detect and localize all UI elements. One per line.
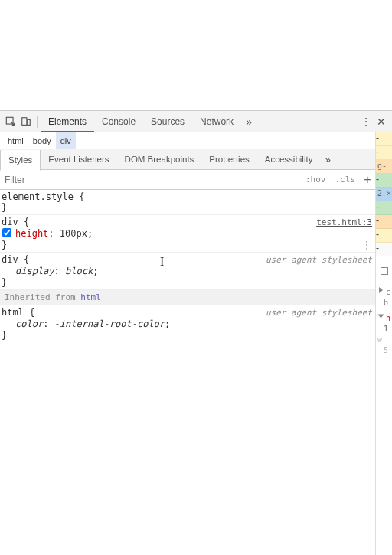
selector[interactable]: div xyxy=(2,217,18,227)
border-swatch[interactable]: - xyxy=(376,215,392,229)
selector: html xyxy=(2,307,24,318)
padding-swatch[interactable]: - xyxy=(376,201,392,215)
declaration: display: block; xyxy=(2,265,372,277)
inherited-link[interactable]: html xyxy=(80,292,101,302)
rule-element-style[interactable]: element.style { } xyxy=(0,190,375,215)
value: block xyxy=(65,266,93,276)
value: -internal-root-color xyxy=(54,318,165,329)
property[interactable]: height xyxy=(15,228,48,239)
rule-div-author[interactable]: div { test.html:3 height: 100px; } ⋮ xyxy=(0,215,375,253)
padding-swatch[interactable]: - xyxy=(376,174,392,188)
page-viewport xyxy=(0,0,392,110)
checkbox-show-all[interactable] xyxy=(381,267,388,275)
elements-main: html body div Styles Event Listeners DOM… xyxy=(0,132,375,555)
close-icon[interactable]: ✕ xyxy=(374,114,389,129)
devtools-panel: Elements Console Sources Network » ⋮ ✕ h… xyxy=(0,110,392,555)
ua-label: user agent stylesheet xyxy=(266,255,372,265)
styles-subtabs: Styles Event Listeners DOM Breakpoints P… xyxy=(0,149,375,170)
margin-swatch[interactable]: - xyxy=(376,229,392,243)
more-subtabs-icon[interactable]: » xyxy=(320,152,335,167)
svg-rect-2 xyxy=(28,119,31,125)
rule-html-ua: html { user agent stylesheet color: -int… xyxy=(0,305,375,342)
position-swatch[interactable]: - xyxy=(376,243,392,256)
divider xyxy=(37,116,38,128)
rule-div-ua: div { user agent stylesheet display: blo… xyxy=(0,253,375,290)
declaration[interactable]: height: 100px; xyxy=(2,227,372,240)
computed-sidebar[interactable]: - - g- - 2 × - - - - c b h 1 w 5 xyxy=(375,132,392,555)
property: color xyxy=(15,318,43,329)
device-toggle-icon[interactable] xyxy=(18,114,34,129)
value[interactable]: 100px xyxy=(60,228,87,239)
crumb-div[interactable]: div xyxy=(56,132,76,149)
declaration: color: -internal-root-color; xyxy=(2,318,372,330)
subtab-properties[interactable]: Properties xyxy=(201,149,256,170)
ua-label: user agent stylesheet xyxy=(266,308,372,318)
subtab-accessibility[interactable]: Accessibility xyxy=(257,149,321,170)
cls-toggle[interactable]: .cls xyxy=(331,175,361,184)
border-swatch[interactable]: g- xyxy=(376,160,392,174)
tab-network[interactable]: Network xyxy=(192,111,241,132)
inspect-icon[interactable] xyxy=(3,114,18,129)
property: display xyxy=(15,266,54,276)
subtab-styles[interactable]: Styles xyxy=(0,150,41,171)
disclosure-icon[interactable] xyxy=(378,315,384,318)
source-link[interactable]: test.html:3 xyxy=(316,217,372,227)
content-swatch[interactable]: 2 × xyxy=(376,188,392,201)
more-tabs-icon[interactable]: » xyxy=(241,114,256,129)
crumb-html[interactable]: html xyxy=(3,132,28,149)
selector: div xyxy=(2,254,18,265)
tab-elements[interactable]: Elements xyxy=(41,111,94,132)
devtools-toolbar: Elements Console Sources Network » ⋮ ✕ xyxy=(0,111,392,132)
breadcrumb: html body div xyxy=(0,132,375,149)
styles-filter-bar: :hov .cls + xyxy=(0,170,375,190)
subtab-dom-breakpoints[interactable]: DOM Breakpoints xyxy=(117,149,202,170)
declaration-toggle[interactable] xyxy=(2,228,11,237)
rule-menu-icon[interactable]: ⋮ xyxy=(362,240,372,250)
styles-pane[interactable]: element.style { } div { test.html:3 heig… xyxy=(0,190,375,555)
kebab-menu-icon[interactable]: ⋮ xyxy=(358,114,374,129)
filter-input[interactable] xyxy=(0,171,301,189)
disclosure-icon[interactable] xyxy=(379,287,383,293)
tab-sources[interactable]: Sources xyxy=(143,111,192,132)
tab-console[interactable]: Console xyxy=(94,111,143,132)
crumb-body[interactable]: body xyxy=(28,132,56,149)
svg-rect-1 xyxy=(22,117,27,125)
selector[interactable]: element.style xyxy=(2,191,74,202)
margin-swatch[interactable]: - xyxy=(376,146,392,160)
inherited-separator: Inherited from html xyxy=(0,290,375,305)
subtab-event-listeners[interactable]: Event Listeners xyxy=(41,149,116,170)
new-style-rule-button[interactable]: + xyxy=(360,173,375,187)
margin-swatch[interactable]: - xyxy=(376,132,392,146)
hov-toggle[interactable]: :hov xyxy=(301,175,331,184)
